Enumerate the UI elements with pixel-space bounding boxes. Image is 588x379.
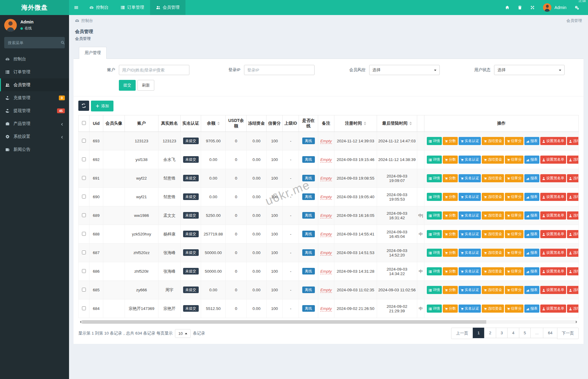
blacklist-button[interactable]: 设置黑名单 <box>540 286 566 294</box>
sidebar-item[interactable]: 控制台 <box>0 53 69 65</box>
row-checkbox[interactable] <box>82 176 86 180</box>
nav-item[interactable]: 订单管理 <box>115 0 150 15</box>
freeze-funds-button[interactable]: 冻结资金 <box>482 174 504 182</box>
per-page-select[interactable]: 10 <box>175 329 190 338</box>
row-checkbox[interactable] <box>82 232 86 236</box>
remark-link[interactable]: Empty <box>320 269 332 274</box>
realname-verify-button[interactable]: 实名认证 <box>459 249 481 257</box>
row-checkbox[interactable] <box>82 157 86 161</box>
blacklist-button[interactable]: 设置黑名单 <box>540 211 566 220</box>
detail-button[interactable]: 详情 <box>427 305 442 313</box>
remark-link[interactable]: Empty <box>320 213 332 218</box>
freeze-button[interactable]: 冻结 <box>567 305 579 313</box>
trash-icon[interactable] <box>518 5 522 10</box>
blacklist-button[interactable]: 设置黑名单 <box>540 267 566 275</box>
credit-score-button[interactable]: 信誉分 <box>505 305 523 313</box>
account-search-input[interactable] <box>119 65 189 75</box>
add-button[interactable]: 添加 <box>91 101 113 111</box>
remark-link[interactable]: Empty <box>320 195 332 200</box>
credit-score-button[interactable]: 信誉分 <box>505 174 523 182</box>
freeze-button[interactable]: 冻结 <box>567 137 579 145</box>
home-icon[interactable] <box>505 5 509 10</box>
refresh-form-button[interactable]: 刷新 <box>137 80 154 91</box>
gears-icon[interactable] <box>575 5 579 10</box>
realname-verify-button[interactable]: 实名认证 <box>459 211 481 220</box>
detail-button[interactable]: 详情 <box>427 286 442 294</box>
freeze-funds-button[interactable]: 冻结资金 <box>482 249 504 257</box>
detail-button[interactable]: 详情 <box>427 174 442 182</box>
row-checkbox[interactable] <box>82 269 86 273</box>
score-button[interactable]: 分数 <box>443 267 458 275</box>
row-checkbox[interactable] <box>82 139 86 143</box>
submit-button[interactable]: 提交 <box>119 80 136 91</box>
sidebar-item[interactable]: 系统设置 <box>0 130 69 143</box>
user-menu[interactable]: Admin <box>543 3 566 12</box>
row-checkbox[interactable] <box>82 250 86 254</box>
score-button[interactable]: 分数 <box>443 230 458 238</box>
refresh-table-button[interactable] <box>78 101 89 111</box>
realname-verify-button[interactable]: 实名认证 <box>459 305 481 313</box>
sidebar-item[interactable]: 充值管理0 <box>0 91 69 104</box>
sidebar-item[interactable]: 订单管理 <box>0 65 69 78</box>
realname-verify-button[interactable]: 实名认证 <box>459 137 481 145</box>
fullscreen-icon[interactable] <box>530 5 535 10</box>
freeze-funds-button[interactable]: 冻结资金 <box>482 137 504 145</box>
realname-verify-button[interactable]: 实名认证 <box>459 174 481 182</box>
blacklist-button[interactable]: 设置黑名单 <box>540 193 566 201</box>
scroll-left-icon[interactable] <box>78 320 81 323</box>
score-button[interactable]: 分数 <box>443 137 458 145</box>
credit-score-button[interactable]: 信誉分 <box>505 286 523 294</box>
login-ip-input[interactable] <box>244 65 315 75</box>
report-button[interactable]: 报表 <box>524 211 539 220</box>
score-button[interactable]: 分数 <box>443 174 458 182</box>
freeze-funds-button[interactable]: 冻结资金 <box>482 305 504 313</box>
detail-button[interactable]: 详情 <box>427 211 442 220</box>
report-button[interactable]: 报表 <box>524 137 539 145</box>
report-button[interactable]: 报表 <box>524 174 539 182</box>
sortable-column-header[interactable]: 最后登陆时间 <box>377 115 417 132</box>
freeze-funds-button[interactable]: 冻结资金 <box>482 230 504 238</box>
blacklist-button[interactable]: 设置黑名单 <box>540 230 566 238</box>
score-button[interactable]: 分数 <box>443 156 458 164</box>
freeze-button[interactable]: 冻结 <box>567 193 579 201</box>
detail-button[interactable]: 详情 <box>427 249 442 257</box>
brand-logo[interactable]: 海外微盘 <box>0 0 69 15</box>
row-checkbox[interactable] <box>82 195 86 199</box>
sortable-column-header[interactable]: 余额 <box>201 115 226 132</box>
report-button[interactable]: 报表 <box>524 156 539 164</box>
remark-link[interactable]: Empty <box>320 139 332 144</box>
remark-link[interactable]: Empty <box>320 288 332 293</box>
blacklist-button[interactable]: 设置黑名单 <box>540 249 566 257</box>
freeze-button[interactable]: 冻结 <box>567 230 579 238</box>
freeze-button[interactable]: 冻结 <box>567 267 579 275</box>
freeze-button[interactable]: 冻结 <box>567 249 579 257</box>
report-button[interactable]: 报表 <box>524 230 539 238</box>
credit-score-button[interactable]: 信誉分 <box>505 137 523 145</box>
score-button[interactable]: 分数 <box>443 211 458 220</box>
search-icon[interactable] <box>61 40 65 45</box>
sidebar-item[interactable]: 产品管理 <box>0 117 69 130</box>
detail-button[interactable]: 详情 <box>427 230 442 238</box>
pagination-link[interactable]: 1 <box>473 328 485 338</box>
freeze-button[interactable]: 冻结 <box>567 156 579 164</box>
blacklist-button[interactable]: 设置黑名单 <box>540 156 566 164</box>
remark-link[interactable]: Empty <box>320 250 332 256</box>
credit-score-button[interactable]: 信誉分 <box>505 156 523 164</box>
score-button[interactable]: 分数 <box>443 193 458 201</box>
row-checkbox[interactable] <box>82 213 86 217</box>
freeze-button[interactable]: 冻结 <box>567 211 579 220</box>
row-checkbox[interactable] <box>82 288 86 292</box>
pagination-link[interactable]: 5 <box>519 328 531 338</box>
sortable-column-header[interactable]: 注册时间 <box>334 115 377 132</box>
remark-link[interactable]: Empty <box>320 232 332 237</box>
report-button[interactable]: 报表 <box>524 305 539 313</box>
score-button[interactable]: 分数 <box>443 249 458 257</box>
realname-verify-button[interactable]: 实名认证 <box>459 267 481 275</box>
scroll-right-icon[interactable] <box>576 320 579 323</box>
credit-score-button[interactable]: 信誉分 <box>505 211 523 220</box>
freeze-button[interactable]: 冻结 <box>567 286 579 294</box>
tab-user-management[interactable]: 用户管理 <box>79 47 107 59</box>
remark-link[interactable]: Empty <box>320 306 332 311</box>
freeze-funds-button[interactable]: 冻结资金 <box>482 156 504 164</box>
realname-verify-button[interactable]: 实名认证 <box>459 230 481 238</box>
